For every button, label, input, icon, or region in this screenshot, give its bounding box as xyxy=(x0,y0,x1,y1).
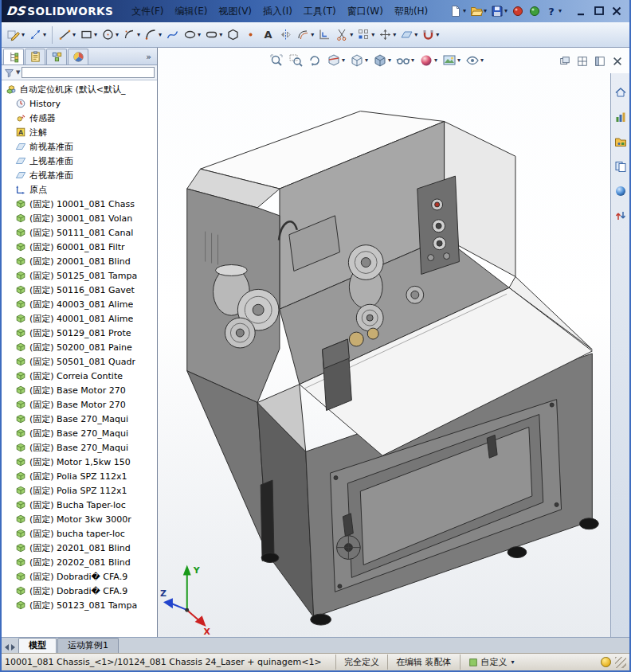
centerpoint-arc-button[interactable]: ▾ xyxy=(121,25,142,45)
polygon-button[interactable] xyxy=(225,25,241,45)
dropdown-caret-icon[interactable]: ▾ xyxy=(72,32,76,38)
tree-item[interactable]: (固定) Motor 3kw 3000r xyxy=(2,512,157,526)
tree-item[interactable]: (固定) Base 270_Maqui xyxy=(2,440,157,455)
apply-scene-button[interactable]: ▾ xyxy=(441,53,462,68)
help-question-button[interactable]: ?▾ xyxy=(544,4,562,18)
home-button[interactable] xyxy=(614,86,627,102)
slot-button[interactable]: ▾ xyxy=(203,25,224,45)
dropdown-caret-icon[interactable]: ▾ xyxy=(310,32,314,38)
plane-button[interactable]: ▾ xyxy=(398,25,419,45)
tree-item[interactable]: (固定) Bucha Taper-loc xyxy=(2,498,157,512)
dropdown-caret-icon[interactable]: ▾ xyxy=(435,32,439,38)
filter-caret-icon[interactable]: ▼ xyxy=(16,69,20,76)
tree-item[interactable]: (固定) 30001_081 Volan xyxy=(2,211,157,225)
tree-item[interactable]: (固定) 40003_081 Alime xyxy=(2,297,157,311)
circle-button[interactable]: ▾ xyxy=(100,25,120,45)
dropdown-caret-icon[interactable]: ▾ xyxy=(370,32,374,38)
linear-pattern-button[interactable]: ▾ xyxy=(355,25,376,45)
cascade-windows-button[interactable] xyxy=(559,55,570,70)
smart-dimension-button[interactable]: ▾ xyxy=(27,25,48,45)
displaymanager-tab[interactable] xyxy=(68,49,88,64)
tree-item[interactable]: (固定) bucha taper-loc xyxy=(2,526,157,541)
dropdown-caret-icon[interactable]: ▾ xyxy=(21,32,25,38)
rotate-view-button[interactable] xyxy=(306,53,323,68)
spline-button[interactable] xyxy=(164,25,181,45)
dropdown-caret-icon[interactable]: ▾ xyxy=(413,32,417,38)
tree-item[interactable]: (固定) Base 270_Maqui xyxy=(2,426,157,440)
offset-entities-button[interactable]: ▾ xyxy=(295,25,316,45)
dropdown-caret-icon[interactable]: ▾ xyxy=(457,57,461,64)
tree-item[interactable]: (固定) Dobradi� CFA.9 xyxy=(2,569,157,584)
dropdown-caret-icon[interactable]: ▾ xyxy=(387,57,391,64)
tree-item[interactable]: (固定) 50125_081 Tampa xyxy=(2,268,157,283)
view-orientation-button[interactable]: ▾ xyxy=(348,53,370,68)
dropdown-caret-icon[interactable]: ▾ xyxy=(433,57,437,64)
collapse-panel-button[interactable] xyxy=(594,55,606,70)
tree-filter-input[interactable] xyxy=(22,67,155,78)
graphics-area[interactable]: Y Z X ▾▾▾▾▾▾▾ xyxy=(158,48,629,637)
resize-grip[interactable] xyxy=(615,657,626,668)
tree-item[interactable]: (固定) 20202_081 Blind xyxy=(2,555,157,569)
tree-item[interactable]: (固定) 50123_081 Tampa xyxy=(2,598,157,612)
dropdown-caret-icon[interactable]: ▾ xyxy=(197,32,201,38)
configurationmanager-tab[interactable] xyxy=(46,49,67,64)
tree-item[interactable]: (固定) 50129_081 Prote xyxy=(2,326,157,340)
menu-file[interactable]: 文件(F) xyxy=(126,2,169,21)
tree-item[interactable]: (固定) 50200_081 Paine xyxy=(2,340,157,354)
minimize-button[interactable] xyxy=(574,4,590,18)
zoom-area-button[interactable] xyxy=(287,53,304,68)
tangent-arc-button[interactable]: ▾ xyxy=(143,25,163,45)
dropdown-caret-icon[interactable]: ▾ xyxy=(42,32,46,38)
section-view-button[interactable]: ▾ xyxy=(325,53,347,68)
tree-item[interactable]: (固定) Dobradi� CFA.9 xyxy=(2,584,157,598)
machine-3d-model[interactable]: Y Z X xyxy=(158,48,629,637)
tab-motion-study-1[interactable]: 运动算例1 xyxy=(57,638,119,653)
tree-item[interactable]: History xyxy=(2,96,157,111)
dropdown-caret-icon[interactable]: ▾ xyxy=(392,32,396,38)
save-button[interactable]: ▾ xyxy=(490,4,508,18)
dropdown-caret-icon[interactable]: ▾ xyxy=(218,32,222,38)
dropdown-caret-icon[interactable]: ▾ xyxy=(349,32,353,38)
dropdown-caret-icon[interactable]: ▾ xyxy=(136,32,140,38)
red-sphere-button[interactable] xyxy=(511,4,525,18)
tree-item[interactable]: (固定) 10001_081 Chass xyxy=(2,197,157,211)
tree-item[interactable]: 前视基准面 xyxy=(2,139,157,154)
ellipse-button[interactable]: ▾ xyxy=(182,25,202,45)
tab-model[interactable]: 模型 xyxy=(18,638,57,653)
mirror-entities-button[interactable] xyxy=(277,25,294,45)
tree-item[interactable]: (固定) Base Motor 270 xyxy=(2,397,157,412)
edit-appearance-button[interactable]: ▾ xyxy=(417,53,439,68)
zoom-fit-button[interactable] xyxy=(268,53,285,68)
tree-item[interactable]: (固定) Motor 1,5kw 150 xyxy=(2,455,157,469)
menu-window[interactable]: 窗口(W) xyxy=(342,2,389,21)
close-button[interactable] xyxy=(609,4,625,18)
dropdown-caret-icon[interactable]: ▾ xyxy=(410,57,414,64)
tree-item[interactable]: (固定) 20201_081 Blind xyxy=(2,541,157,555)
design-library-button[interactable] xyxy=(614,135,627,151)
rectangle-button[interactable]: ▾ xyxy=(78,25,99,45)
tree-item[interactable]: A注解 xyxy=(2,125,157,139)
line-button[interactable]: ▾ xyxy=(57,25,77,45)
display-style-button[interactable]: ▾ xyxy=(371,53,393,68)
dropdown-caret-icon[interactable]: ▾ xyxy=(341,57,345,64)
dropdown-caret-icon[interactable]: ▾ xyxy=(93,32,97,38)
status-custom-dropdown[interactable]: 自定义 ▾ xyxy=(460,654,523,670)
scroll-tabs-right-button[interactable] xyxy=(11,644,15,651)
convert-entities-button[interactable] xyxy=(316,25,333,45)
text-button[interactable]: A xyxy=(260,25,276,45)
propertymanager-tab[interactable] xyxy=(25,49,45,64)
custom-properties-button[interactable] xyxy=(614,209,627,225)
expand-chevrons-button[interactable]: » xyxy=(142,52,155,62)
help-ball-icon[interactable] xyxy=(601,657,611,667)
point-button[interactable] xyxy=(242,25,259,45)
featuremanager-tree-tab[interactable] xyxy=(3,49,24,64)
dropdown-caret-icon[interactable]: ▾ xyxy=(158,32,162,38)
view-settings-button[interactable]: ▾ xyxy=(464,53,485,68)
menu-view[interactable]: 视图(V) xyxy=(213,2,257,21)
tree-item[interactable]: 传感器 xyxy=(2,111,157,125)
tree-item[interactable]: (固定) Polia SPZ 112x1 xyxy=(2,469,157,483)
tree-item[interactable]: 上视基准面 xyxy=(2,154,157,168)
dropdown-caret-icon[interactable]: ▾ xyxy=(115,32,119,38)
tree-item[interactable]: (固定) Correia Contite xyxy=(2,369,157,383)
dropdown-caret-icon[interactable]: ▾ xyxy=(364,57,368,64)
